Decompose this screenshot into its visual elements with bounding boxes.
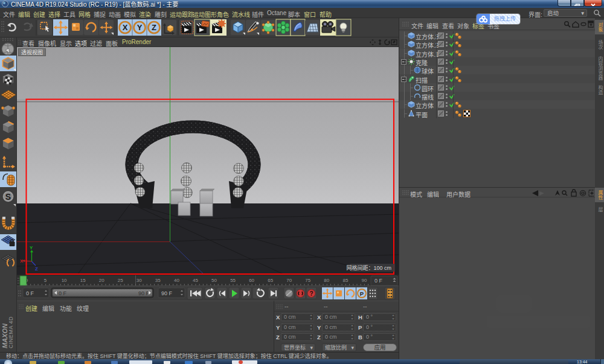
svg-text:80: 80 (324, 278, 329, 283)
svg-text:Z: Z (152, 23, 156, 32)
svg-text:60: 60 (249, 278, 254, 283)
svg-text:0 F: 0 F (374, 278, 383, 284)
svg-text:S: S (5, 192, 11, 202)
svg-text:90 F: 90 F (161, 290, 173, 296)
svg-text:0 F: 0 F (59, 290, 67, 296)
svg-text:45: 45 (193, 278, 198, 283)
svg-text:65: 65 (268, 278, 273, 283)
svg-text:10: 10 (62, 278, 67, 283)
svg-text:15: 15 (80, 278, 86, 283)
svg-text:20: 20 (99, 278, 104, 283)
svg-text:35: 35 (155, 278, 161, 283)
svg-text:90: 90 (361, 278, 367, 283)
svg-text:5: 5 (44, 278, 47, 283)
svg-text:30: 30 (137, 278, 142, 283)
svg-text:X: X (20, 258, 24, 264)
svg-text:Z: Z (35, 266, 38, 272)
svg-text:25: 25 (118, 278, 123, 283)
svg-text:70: 70 (286, 278, 292, 283)
svg-text:?: ? (309, 290, 313, 297)
svg-text:0 F: 0 F (26, 290, 34, 296)
svg-text:网格间距：100 cm: 网格间距：100 cm (346, 264, 391, 271)
svg-text:X: X (123, 23, 128, 32)
svg-text:Y: Y (30, 245, 33, 251)
svg-text:50: 50 (211, 278, 217, 283)
svg-text:Y: Y (137, 23, 143, 32)
svg-text:75: 75 (305, 278, 310, 283)
svg-text:85: 85 (342, 278, 348, 283)
svg-text:40: 40 (174, 278, 179, 283)
svg-text:55: 55 (230, 278, 236, 283)
svg-text:90 F: 90 F (138, 290, 150, 296)
svg-text:P: P (360, 290, 364, 297)
